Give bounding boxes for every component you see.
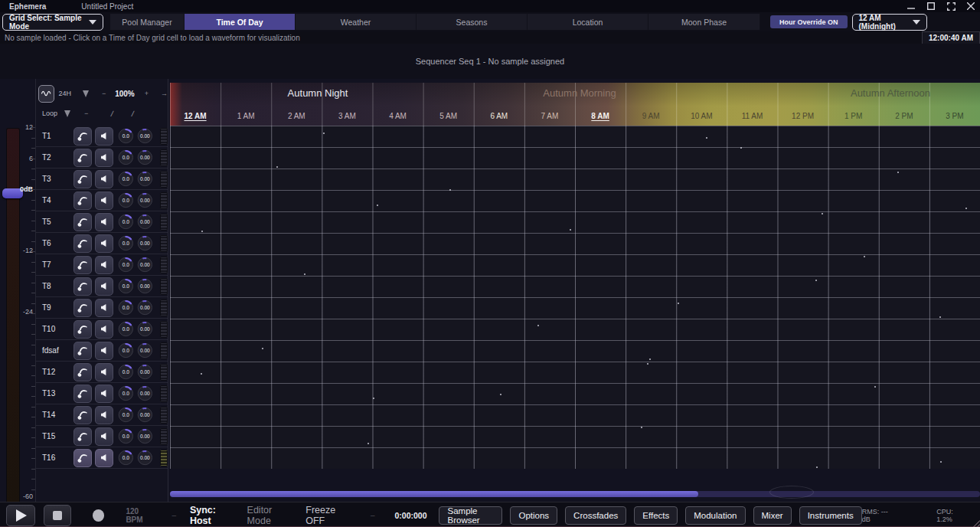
hour-override-button[interactable]: Hour Override ON: [770, 15, 848, 28]
pan-knob[interactable]: 0.00: [137, 364, 153, 380]
pencil-icon[interactable]: /: [131, 110, 135, 118]
close-icon[interactable]: [966, 2, 975, 11]
track-mute-button[interactable]: [95, 406, 113, 424]
track-monitor-button[interactable]: [74, 427, 92, 446]
hour-cell-2-pm[interactable]: 2 PM: [879, 109, 929, 123]
pan-knob[interactable]: 0.00: [137, 128, 153, 144]
track-mute-button[interactable]: [95, 320, 113, 339]
horizontal-scrollbar[interactable]: [170, 491, 980, 497]
track-monitor-button[interactable]: [74, 213, 92, 231]
hour-cell-2-am[interactable]: 2 AM: [271, 109, 322, 123]
tab-moon-phase[interactable]: Moon Phase: [648, 14, 760, 30]
hour-cell-11-am[interactable]: 11 AM: [727, 109, 777, 123]
scrollbar-thumb[interactable]: [170, 491, 698, 497]
loop-minus-button[interactable]: −: [84, 110, 88, 117]
hour-cell-10-am[interactable]: 10 AM: [676, 109, 727, 123]
track-monitor-button[interactable]: [74, 320, 92, 339]
pan-knob[interactable]: 0.00: [137, 171, 153, 187]
mixer-button[interactable]: Mixer: [753, 506, 792, 525]
track-mute-button[interactable]: [95, 256, 113, 274]
master-fader-track[interactable]: [6, 128, 20, 505]
pan-knob[interactable]: 0.00: [137, 300, 153, 316]
volume-knob[interactable]: 0.0: [118, 149, 134, 165]
track-monitor-button[interactable]: [74, 149, 92, 167]
bpm-readout[interactable]: 120 BPM: [126, 507, 156, 524]
options-button[interactable]: Options: [510, 506, 557, 525]
volume-knob[interactable]: 0.0: [118, 428, 134, 444]
pan-knob[interactable]: 0.00: [137, 235, 153, 251]
tab-location[interactable]: Location: [528, 14, 648, 30]
track-name[interactable]: fdsaf: [36, 346, 74, 355]
track-mute-button[interactable]: [95, 170, 113, 188]
zoom-in-button[interactable]: +: [145, 90, 149, 97]
hour-cell-3-am[interactable]: 3 AM: [322, 109, 372, 123]
track-mute-button[interactable]: [95, 449, 113, 467]
track-name[interactable]: T14: [36, 411, 74, 419]
track-mute-button[interactable]: [95, 342, 113, 360]
track-monitor-button[interactable]: [74, 234, 92, 253]
track-name[interactable]: T9: [36, 303, 74, 312]
pan-knob[interactable]: 0.00: [137, 214, 153, 230]
track-monitor-button[interactable]: [74, 256, 92, 274]
pan-knob[interactable]: 0.00: [137, 407, 153, 423]
tab-weather[interactable]: Weather: [296, 14, 416, 30]
track-monitor-button[interactable]: [74, 342, 92, 360]
track-name[interactable]: T6: [36, 239, 74, 247]
pan-knob[interactable]: 0.00: [137, 278, 153, 294]
sample-browser-button[interactable]: Sample Browser: [439, 506, 502, 525]
modulation-button[interactable]: Modulation: [685, 506, 745, 525]
pencil-icon[interactable]: /: [110, 110, 114, 118]
pan-knob[interactable]: 0.00: [137, 149, 153, 165]
play-button[interactable]: [6, 505, 35, 526]
pan-knob[interactable]: 0.00: [137, 192, 153, 208]
track-mute-button[interactable]: [95, 427, 113, 446]
tab-time-of-day[interactable]: Time Of Day: [185, 14, 296, 30]
track-monitor-button[interactable]: [74, 299, 92, 317]
track-monitor-button[interactable]: [74, 406, 92, 424]
minimize-icon[interactable]: [906, 2, 916, 11]
track-mute-button[interactable]: [95, 234, 113, 253]
volume-knob[interactable]: 0.0: [118, 278, 134, 294]
hour-cell-9-am[interactable]: 9 AM: [626, 109, 676, 123]
track-mute-button[interactable]: [95, 127, 113, 146]
editor-mode[interactable]: Editor Mode: [247, 505, 297, 526]
volume-knob[interactable]: 0.0: [118, 300, 134, 316]
hour-cell-1-am[interactable]: 1 AM: [220, 109, 271, 123]
crossfades-button[interactable]: Crossfades: [565, 506, 626, 525]
volume-knob[interactable]: 0.0: [118, 128, 134, 144]
sync-mode[interactable]: Sync: Host: [190, 505, 238, 526]
track-mute-button[interactable]: [95, 213, 113, 231]
hour-cell-12-pm[interactable]: 12 PM: [778, 109, 828, 123]
instruments-button[interactable]: Instruments: [799, 506, 862, 525]
range-dropdown-icon[interactable]: [83, 90, 89, 97]
volume-knob[interactable]: 0.0: [118, 321, 134, 337]
freeze-toggle[interactable]: Freeze OFF: [305, 505, 355, 526]
volume-knob[interactable]: 0.0: [118, 364, 134, 380]
pan-knob[interactable]: 0.00: [137, 428, 153, 444]
pan-knob[interactable]: 0.00: [137, 321, 153, 337]
track-name[interactable]: T5: [36, 218, 74, 226]
track-monitor-button[interactable]: [74, 277, 92, 296]
pan-knob[interactable]: 0.00: [137, 342, 153, 358]
track-mute-button[interactable]: [95, 363, 113, 381]
hour-cell-1-pm[interactable]: 1 PM: [828, 109, 879, 123]
volume-knob[interactable]: 0.0: [118, 342, 134, 358]
pan-knob[interactable]: 0.00: [137, 257, 153, 273]
volume-knob[interactable]: 0.0: [118, 385, 134, 401]
grid-cells[interactable]: [170, 126, 980, 469]
volume-knob[interactable]: 0.0: [118, 171, 134, 187]
hour-cell-8-am[interactable]: 8 AM: [575, 109, 626, 123]
track-name[interactable]: T3: [36, 175, 74, 183]
hour-cell-6-am[interactable]: 6 AM: [474, 109, 524, 123]
effects-button[interactable]: Effects: [634, 506, 678, 525]
maximize-icon[interactable]: [926, 2, 936, 11]
hour-cell-3-pm[interactable]: 3 PM: [929, 109, 980, 123]
track-monitor-button[interactable]: [74, 170, 92, 188]
volume-knob[interactable]: 0.0: [118, 450, 134, 466]
stop-button[interactable]: [44, 505, 72, 526]
grid-select-dropdown[interactable]: Grid Select: Sample Mode: [2, 14, 103, 31]
loop-dropdown-icon[interactable]: [64, 110, 70, 117]
tab-pool-manager[interactable]: Pool Manager: [110, 14, 185, 30]
zoom-out-button[interactable]: −: [102, 90, 106, 97]
track-mute-button[interactable]: [95, 385, 113, 403]
